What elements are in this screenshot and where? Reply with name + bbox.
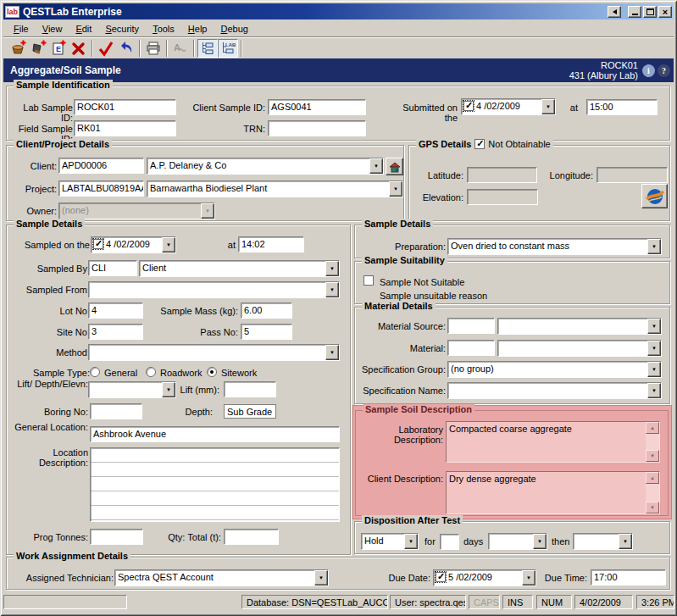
- method-combo[interactable]: [88, 344, 340, 361]
- boring-no-field[interactable]: [90, 403, 142, 419]
- info-icon[interactable]: i: [642, 64, 655, 77]
- dropdown-arrow-icon[interactable]: [647, 319, 661, 334]
- client-description-text[interactable]: Dry dense aggregate: [447, 472, 646, 513]
- scrollbar[interactable]: ▲ ▼: [646, 472, 659, 513]
- dropdown-arrow-icon[interactable]: [647, 341, 661, 356]
- menu-item-security[interactable]: Security: [98, 22, 146, 36]
- laboratory-description-text[interactable]: Compacted coarse aggregate: [447, 422, 646, 462]
- dropdown-arrow-icon[interactable]: [647, 239, 661, 254]
- rollup-button[interactable]: [608, 6, 621, 18]
- delete-button[interactable]: [69, 39, 89, 58]
- site-no-field[interactable]: 3: [88, 324, 143, 340]
- menu-item-tools[interactable]: Tools: [146, 22, 181, 36]
- due-time-field[interactable]: 17:00: [591, 569, 666, 585]
- material-combo[interactable]: [497, 340, 662, 357]
- due-date-checkbox[interactable]: [436, 572, 446, 582]
- laboratory-description-field[interactable]: Compacted coarse aggregate ▲ ▼: [446, 421, 660, 463]
- dropdown-arrow-icon[interactable]: [389, 181, 402, 197]
- prog-tonnes-field[interactable]: [90, 529, 143, 545]
- menu-item-help[interactable]: Help: [181, 22, 214, 36]
- sampled-from-combo[interactable]: [88, 281, 340, 298]
- sampled-by-combo[interactable]: Client: [139, 260, 340, 277]
- assigned-technician-combo[interactable]: Spectra QEST Account: [114, 569, 329, 586]
- pass-no-field[interactable]: 5: [241, 324, 292, 340]
- map-button[interactable]: [641, 184, 668, 208]
- disposition-days-combo[interactable]: [488, 533, 547, 550]
- scroll-down-icon[interactable]: ▼: [646, 450, 659, 462]
- sampled-by-code-field[interactable]: CLI: [88, 260, 137, 276]
- client-code-field[interactable]: APD00006: [58, 158, 144, 174]
- close-button[interactable]: ×: [658, 6, 672, 18]
- lift-depth-elevn-combo[interactable]: [88, 381, 176, 398]
- maximize-button[interactable]: [643, 6, 657, 18]
- client-sample-id-field[interactable]: AGS0041: [268, 99, 366, 115]
- sample-mass-field[interactable]: 6.00: [241, 302, 292, 319]
- client-browse-button[interactable]: [386, 158, 403, 175]
- material-source-code-field[interactable]: [447, 318, 495, 334]
- material-code-field[interactable]: [447, 340, 495, 356]
- field-sample-id-field[interactable]: RK01: [74, 120, 176, 136]
- approve-button[interactable]: [96, 39, 116, 58]
- trn-field[interactable]: [268, 120, 366, 136]
- new-worksheet-button[interactable]: [28, 39, 48, 58]
- gps-not-obtainable-checkbox[interactable]: [474, 139, 485, 149]
- dropdown-arrow-icon[interactable]: [647, 383, 661, 398]
- due-date-picker[interactable]: 5 /02/2009: [433, 569, 536, 586]
- radio-general[interactable]: [90, 367, 100, 377]
- radio-roadwork[interactable]: [146, 367, 156, 377]
- undo-button[interactable]: [116, 39, 136, 58]
- tree-view-button[interactable]: [197, 39, 218, 58]
- submitted-date-checkbox[interactable]: [463, 101, 474, 111]
- dropdown-arrow-icon[interactable]: [647, 362, 661, 377]
- sampled-date-checkbox[interactable]: [93, 239, 103, 249]
- dropdown-arrow-icon[interactable]: [533, 534, 547, 549]
- qty-total-field[interactable]: [224, 529, 279, 545]
- depth-field[interactable]: Sub Grade: [224, 404, 276, 419]
- project-code-field[interactable]: LABTALBU08919AA: [58, 180, 144, 197]
- scroll-down-icon[interactable]: ▼: [646, 502, 659, 513]
- new-document-button[interactable]: E: [48, 39, 69, 58]
- dropdown-arrow-icon[interactable]: [541, 99, 555, 114]
- submitted-date-picker[interactable]: 4 /02/2009: [461, 98, 556, 115]
- material-source-combo[interactable]: [497, 318, 662, 335]
- submitted-time-field[interactable]: 15:00: [586, 99, 658, 115]
- menu-item-view[interactable]: View: [36, 22, 69, 36]
- client-description-field[interactable]: Dry dense aggregate ▲ ▼: [446, 471, 660, 514]
- location-description-field[interactable]: [90, 447, 340, 522]
- lot-no-field[interactable]: 4: [88, 302, 143, 319]
- lift-mm-field[interactable]: [224, 381, 276, 397]
- disposition-action-combo[interactable]: Hold: [361, 533, 419, 550]
- preparation-combo[interactable]: Oven dried to constant mass: [447, 238, 662, 255]
- dropdown-arrow-icon[interactable]: [325, 345, 339, 360]
- scroll-up-icon[interactable]: ▲: [646, 422, 659, 434]
- dropdown-arrow-icon[interactable]: [522, 570, 535, 585]
- dropdown-arrow-icon[interactable]: [325, 282, 339, 297]
- client-name-combo[interactable]: A.P. Delaney & Co: [147, 158, 384, 175]
- sampled-time-field[interactable]: 14:02: [238, 236, 304, 253]
- scroll-up-icon[interactable]: ▲: [646, 472, 659, 484]
- dropdown-arrow-icon[interactable]: [314, 570, 328, 585]
- scroll-track[interactable]: [646, 484, 659, 502]
- dropdown-arrow-icon[interactable]: [369, 158, 383, 174]
- project-name-combo[interactable]: Barnawartha Biodiesel Plant: [147, 180, 403, 197]
- dropdown-arrow-icon[interactable]: [325, 261, 339, 276]
- menu-item-debug[interactable]: Debug: [214, 22, 254, 36]
- disposition-days-field[interactable]: [440, 534, 459, 550]
- menu-item-edit[interactable]: Edit: [69, 22, 98, 36]
- menu-item-file[interactable]: File: [7, 22, 36, 36]
- new-sample-button[interactable]: [8, 39, 28, 58]
- dropdown-arrow-icon[interactable]: [162, 237, 175, 253]
- scrollbar[interactable]: ▲ ▼: [646, 422, 659, 462]
- spelling-button[interactable]: A: [170, 39, 191, 58]
- help-icon[interactable]: ?: [658, 64, 670, 77]
- sample-not-suitable-checkbox[interactable]: [363, 275, 374, 286]
- disposition-then-combo[interactable]: [573, 533, 633, 550]
- spec-name-combo[interactable]: [447, 382, 662, 399]
- scroll-track[interactable]: [646, 434, 659, 450]
- lab-sample-id-field[interactable]: ROCK01: [74, 99, 176, 115]
- minimize-button[interactable]: [628, 6, 641, 18]
- dropdown-arrow-icon[interactable]: [404, 534, 418, 549]
- sampled-date-picker[interactable]: 4 /02/2009: [91, 236, 176, 253]
- lab-tree-view-button[interactable]: LAB: [218, 39, 238, 58]
- dropdown-arrow-icon[interactable]: [619, 534, 632, 549]
